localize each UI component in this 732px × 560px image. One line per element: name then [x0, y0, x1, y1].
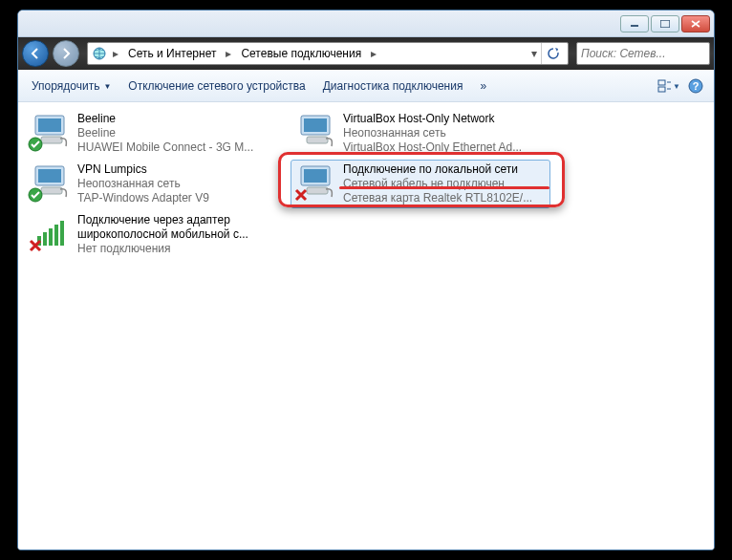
- item-device: TAP-Windows Adapter V9: [77, 191, 280, 205]
- svg-rect-4: [658, 80, 665, 85]
- connection-item[interactable]: Подключение по локальной сети Сетевой ка…: [291, 161, 549, 207]
- item-status: Неопознанная сеть: [77, 177, 280, 191]
- svg-rect-1: [660, 20, 670, 28]
- item-status: Сетевой кабель не подключен: [343, 177, 546, 191]
- signal-bars-icon: [30, 213, 72, 251]
- explorer-window: ▸ Сеть и Интернет ▸ Сетевые подключения …: [17, 10, 715, 550]
- svg-rect-14: [41, 187, 62, 194]
- nic-icon: [30, 162, 72, 201]
- svg-rect-9: [38, 118, 61, 132]
- network-center-icon: [92, 46, 107, 61]
- connection-item[interactable]: Beeline Beeline HUAWEI Mobile Connect - …: [26, 110, 284, 157]
- item-name: Подключение через адаптер широкополосной…: [77, 213, 280, 242]
- svg-rect-23: [307, 137, 328, 143]
- item-name: Подключение по локальной сети: [343, 162, 546, 177]
- forward-button[interactable]: [53, 40, 79, 67]
- svg-rect-17: [43, 232, 47, 246]
- item-status: Beeline: [77, 126, 280, 140]
- connection-item[interactable]: Подключение через адаптер широкополосной…: [26, 211, 284, 258]
- help-button[interactable]: ?: [683, 75, 708, 97]
- close-button[interactable]: [681, 15, 710, 32]
- svg-rect-0: [631, 25, 638, 27]
- content-area: Beeline Beeline HUAWEI Mobile Connect - …: [18, 102, 714, 549]
- svg-text:?: ?: [693, 80, 700, 92]
- breadcrumb-sep-icon[interactable]: ▸: [224, 47, 233, 60]
- svg-rect-19: [54, 225, 58, 246]
- check-badge-icon: [28, 137, 43, 152]
- address-bar[interactable]: ▸ Сеть и Интернет ▸ Сетевые подключения …: [87, 42, 569, 65]
- item-name: VirtualBox Host-Only Network: [343, 112, 546, 126]
- item-device: HUAWEI Mobile Connect - 3G M...: [77, 140, 280, 155]
- x-badge-icon: [28, 238, 43, 253]
- diagnose-button[interactable]: Диагностика подключения: [315, 75, 471, 97]
- breadcrumb-part[interactable]: Сеть и Интернет: [124, 47, 220, 60]
- titlebar: [18, 11, 714, 37]
- svg-rect-20: [60, 221, 64, 246]
- item-device: Нет подключения: [77, 242, 280, 256]
- check-badge-icon: [28, 187, 43, 203]
- svg-rect-18: [49, 228, 53, 246]
- column: VirtualBox Host-Only Network Неопознанна…: [291, 110, 549, 207]
- search-box[interactable]: [576, 42, 710, 65]
- more-commands-button[interactable]: »: [472, 75, 494, 97]
- refresh-button[interactable]: [541, 43, 564, 64]
- item-name: Beeline: [77, 112, 280, 126]
- svg-rect-10: [41, 137, 62, 143]
- svg-rect-26: [307, 187, 328, 194]
- connection-item[interactable]: VirtualBox Host-Only Network Неопознанна…: [291, 110, 549, 157]
- x-badge-icon: [293, 187, 309, 203]
- item-device: VirtualBox Host-Only Ethernet Ad...: [343, 140, 546, 155]
- chevron-down-icon: ▼: [103, 82, 111, 91]
- command-bar: Упорядочить▼ Отключение сетевого устройс…: [18, 70, 714, 102]
- maximize-button[interactable]: [651, 15, 679, 32]
- svg-rect-25: [304, 169, 327, 183]
- connection-item[interactable]: VPN Lumpics Неопознанная сеть TAP-Window…: [26, 161, 284, 207]
- minimize-button[interactable]: [620, 15, 649, 32]
- nic-icon: [30, 112, 72, 150]
- breadcrumb-part[interactable]: Сетевые подключения: [237, 47, 365, 60]
- search-input[interactable]: [581, 47, 715, 60]
- svg-rect-13: [38, 169, 61, 183]
- navigation-bar: ▸ Сеть и Интернет ▸ Сетевые подключения …: [18, 37, 714, 70]
- item-device: Сетевая карта Realtek RTL8102E/...: [343, 191, 546, 205]
- item-name: VPN Lumpics: [77, 162, 280, 177]
- view-options-button[interactable]: ▼: [657, 75, 681, 97]
- item-status: Неопознанная сеть: [343, 126, 546, 140]
- organize-button[interactable]: Упорядочить▼: [24, 75, 118, 97]
- nic-icon: [295, 162, 337, 201]
- breadcrumb-sep-icon[interactable]: ▸: [369, 47, 378, 60]
- address-dropdown-icon[interactable]: ▾: [531, 47, 537, 60]
- svg-rect-5: [658, 87, 665, 92]
- breadcrumb-sep-icon[interactable]: ▸: [111, 47, 120, 60]
- svg-rect-22: [304, 118, 327, 132]
- back-button[interactable]: [22, 40, 49, 67]
- nic-icon: [295, 112, 337, 150]
- column: Beeline Beeline HUAWEI Mobile Connect - …: [26, 110, 284, 258]
- disable-device-button[interactable]: Отключение сетевого устройства: [120, 75, 312, 97]
